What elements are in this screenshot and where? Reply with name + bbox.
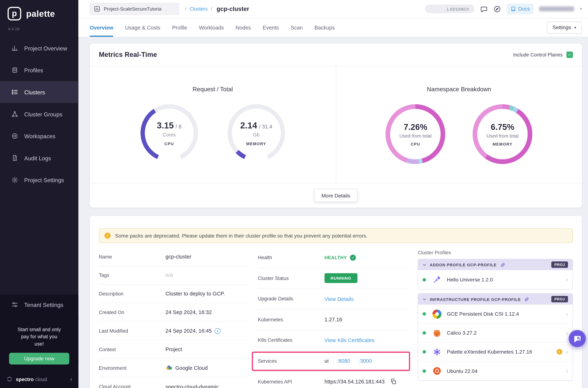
detail-row-name: Name gcp-cluster [99, 247, 249, 266]
chevron-right-icon: › [566, 330, 568, 336]
tab-backups[interactable]: Backups [314, 18, 335, 37]
user-menu-chevron-icon[interactable]: ▾ [580, 6, 582, 11]
view-k8s-certificates-link[interactable]: View K8s Certificates [325, 337, 375, 343]
sidebar-item-label: Clusters [24, 89, 45, 95]
detail-label: Kubernetes API [258, 379, 324, 384]
clusters-list-icon [11, 89, 18, 96]
chat-icon[interactable] [480, 5, 488, 13]
collapse-sidebar-icon[interactable]: ‹ [70, 375, 72, 383]
docs-link[interactable]: Docs [506, 4, 534, 14]
detail-label: K8s Certificates [258, 337, 324, 343]
pack-name: Hello Universe 1.2.0 [447, 277, 566, 282]
sidebar-item-clusters[interactable]: Clusters [0, 81, 78, 103]
pxk-star-icon [432, 347, 441, 356]
promo-text: Start small and only pay for what you us… [9, 320, 69, 348]
memory-gauge-caption: MEMORY [246, 141, 266, 146]
detail-label: Upgrade Details [258, 296, 324, 302]
sidebar-item-label: Project Settings [24, 177, 64, 183]
kubernetes-version: 1.27.16 [325, 316, 409, 322]
addon-profile-header[interactable]: ADDON PROFILE GCP-PROFILE PROJ [418, 259, 572, 270]
tab-profile[interactable]: Profile [172, 18, 187, 37]
sidebar-footer: spectro cloud ‹ [0, 370, 78, 388]
sidebar-item-tenant-settings[interactable]: Tenant Settings [0, 294, 78, 315]
detail-label: Services [258, 358, 324, 364]
project-chart-icon [94, 6, 100, 12]
compass-icon[interactable] [493, 5, 501, 13]
settings-button[interactable]: Settings ▾ [547, 22, 582, 34]
support-chat-fab[interactable] [569, 330, 586, 347]
sidebar-item-label: Profiles [24, 67, 43, 73]
pack-status-dot [423, 369, 426, 373]
pack-name: Ubuntu 22.04 [447, 368, 566, 374]
chevron-right-icon: › [566, 368, 568, 374]
tab-nodes[interactable]: Nodes [236, 18, 251, 37]
footer-brand-cloud: cloud [35, 376, 47, 382]
spectro-cloud-logo-icon [6, 376, 13, 383]
include-control-planes-label: Include Control Planes [513, 52, 563, 58]
detail-value: spectro-cloud-dynamic [165, 384, 249, 388]
tab-scan[interactable]: Scan [291, 18, 303, 37]
namespace-cpu-percent: 7.26% [404, 122, 427, 132]
sidebar-item-project-settings[interactable]: Project Settings [0, 169, 78, 191]
warning-text: Some packs are deprecated. Please update… [115, 233, 367, 239]
memory-gauge-value: 2.14 [240, 120, 257, 130]
sidebar-item-profiles[interactable]: Profiles [0, 59, 78, 81]
sidebar-item-audit-logs[interactable]: Audit Logs [0, 147, 78, 169]
sidebar-item-workspaces[interactable]: Workspaces [0, 125, 78, 147]
chevron-down-icon [423, 297, 426, 301]
pack-row-ubuntu[interactable]: Ubuntu 22.04 › [418, 362, 572, 380]
include-control-planes-checkbox[interactable]: ✓ [566, 51, 573, 58]
tab-usage-costs[interactable]: Usage & Costs [125, 18, 160, 37]
info-icon[interactable]: i [215, 328, 221, 334]
detail-label: Context [99, 346, 165, 352]
detail-label: Cluster Status [258, 275, 324, 281]
detail-label: Last Modified [99, 328, 165, 334]
gce-disk-icon [432, 309, 441, 318]
detail-value: 24 Sep 2024, 16:45 [165, 328, 212, 334]
kubernetes-api-url: https://34.54.126.181:443 [325, 379, 385, 385]
pack-row-hello-universe[interactable]: Hello Universe 1.2.0 › [418, 270, 572, 289]
sidebar-item-project-overview[interactable]: Project Overview [0, 37, 78, 59]
cluster-overview-card: ! Some packs are deprecated. Please upda… [90, 216, 582, 388]
copy-icon[interactable] [390, 378, 397, 385]
breadcrumb-clusters-link[interactable]: Clusters [189, 6, 207, 12]
breadcrumb-separator: / [211, 6, 212, 12]
tab-workloads[interactable]: Workloads [199, 18, 224, 37]
pack-status-dot [423, 278, 426, 281]
cpu-gauge-value: 3.15 [157, 120, 174, 130]
sidebar-item-cluster-groups[interactable]: Cluster Groups [0, 103, 78, 125]
namespace-breakdown-panel: Namespace Breakdown 7.26% Used from tota… [336, 66, 582, 183]
chat-bubble-icon [573, 335, 581, 343]
namespace-cpu-donut: 7.26% Used from total CPU [385, 104, 446, 164]
namespace-cpu-caption: CPU [411, 142, 420, 146]
scope-badge: PROJ [551, 296, 568, 302]
book-icon [510, 6, 516, 12]
namespace-memory-donut: 6.75% Used from total MEMORY [473, 104, 532, 164]
pack-row-palette-extended-kubernetes[interactable]: Palette eXtended Kubernetes 1.27.16 ! › [418, 342, 572, 362]
service-port-8080-link[interactable]: :8080 [337, 358, 350, 364]
view-details-link[interactable]: View Details [325, 296, 354, 302]
more-details-button[interactable]: More Details [314, 189, 358, 202]
project-selector[interactable]: Project-ScaleSecureTutoria [90, 3, 179, 15]
user-name-redacted[interactable] [539, 6, 574, 11]
sidebar: p palette 4.4.19 Project Overview Profil… [0, 0, 78, 388]
infrastructure-profile-group: INFRASTRUCTURE PROFILE GCP-PROFILE PROJ … [418, 293, 573, 381]
request-total-panel: Request / Total 3.15 / 8 Cores [90, 66, 336, 183]
status-row-kubernetes: Kubernetes 1.27.16 [258, 309, 409, 330]
sidebar-item-label: Cluster Groups [24, 111, 63, 117]
pack-row-calico[interactable]: Calico 3.27.2 › [418, 323, 572, 342]
sidebar-nav: Project Overview Profiles Clusters Clust… [0, 37, 78, 191]
infrastructure-profile-header[interactable]: INFRASTRUCTURE PROFILE GCP-PROFILE PROJ [418, 294, 572, 305]
upgrade-now-button[interactable]: Upgrade now [9, 353, 69, 364]
tab-events[interactable]: Events [263, 18, 279, 37]
detail-value: Project [165, 346, 249, 352]
service-port-3000-link[interactable]: :3000 [359, 358, 372, 364]
tab-overview[interactable]: Overview [90, 18, 113, 37]
memory-gauge: 2.14 / 31.4 Gb MEMORY [226, 104, 286, 162]
chevron-right-icon: › [566, 348, 568, 355]
running-badge: RUNNING [325, 273, 358, 283]
namespace-memory-subtitle: Used from total [487, 133, 519, 138]
pack-row-gce-disk-csi[interactable]: GCE Persistent Disk CSI 1.12.4 › [418, 305, 572, 323]
detail-row-context: Context Project [99, 340, 249, 359]
status-row-api: Kubernetes API https://34.54.126.181:443 [258, 371, 409, 388]
